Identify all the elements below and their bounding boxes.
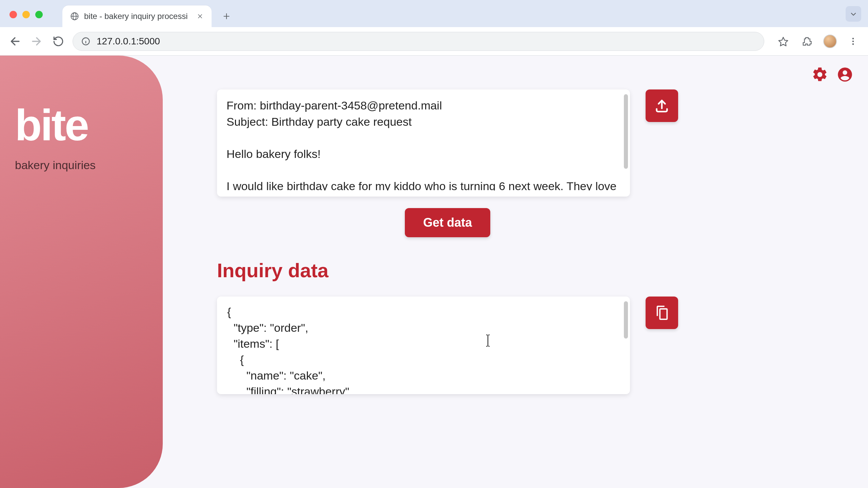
browser-toolbar: 127.0.0.1:5000 [0,27,868,56]
tab-strip: bite - bakery inquiry processi [0,0,868,27]
address-bar[interactable]: 127.0.0.1:5000 [73,32,764,51]
minimize-window-button[interactable] [22,11,30,18]
close-window-button[interactable] [9,11,17,18]
inquiry-textarea[interactable]: From: birthday-parent-3458@pretend.mail … [217,89,630,197]
account-button[interactable] [835,65,854,84]
reload-button[interactable] [51,34,66,49]
svg-marker-12 [779,37,788,46]
toolbar-right [776,34,861,49]
fullscreen-window-button[interactable] [35,11,43,18]
new-tab-button[interactable] [218,8,235,24]
bookmark-button[interactable] [776,34,791,49]
tab-title: bite - bakery inquiry processi [84,12,188,21]
profile-avatar[interactable] [823,35,837,48]
extensions-button[interactable] [800,34,814,49]
app-topbar [810,65,854,84]
result-textarea[interactable]: { "type": "order", "items": [ { "name": … [217,297,630,394]
result-json-text: { "type": "order", "items": [ { "name": … [227,304,620,394]
result-heading: Inquiry data [217,259,678,282]
chrome-menu-button[interactable] [846,34,861,49]
url-text: 127.0.0.1:5000 [97,36,160,47]
app-page: bite bakery inquiries From: birthday-par… [0,56,868,488]
svg-point-14 [852,40,854,42]
upload-button[interactable] [646,89,678,122]
app-logo: bite [15,103,148,147]
svg-point-15 [852,43,854,45]
close-tab-button[interactable] [195,12,205,21]
sidebar: bite bakery inquiries [0,56,163,488]
forward-button[interactable] [29,34,44,49]
inquiry-text: From: birthday-parent-3458@pretend.mail … [226,98,620,190]
output-row: { "type": "order", "items": [ { "name": … [217,297,678,394]
globe-icon [70,12,79,21]
copy-button[interactable] [646,297,678,329]
browser-window: bite - bakery inquiry processi [0,0,868,488]
app-tagline: bakery inquiries [15,159,148,172]
main-content: From: birthday-parent-3458@pretend.mail … [217,89,678,394]
settings-button[interactable] [810,65,829,84]
tabs-dropdown-button[interactable] [846,6,861,22]
browser-tab[interactable]: bite - bakery inquiry processi [62,5,212,27]
get-data-button[interactable]: Get data [405,208,490,237]
submit-row: Get data [217,208,678,237]
svg-point-13 [852,38,854,39]
window-controls [9,11,43,18]
site-info-icon[interactable] [81,37,91,46]
back-button[interactable] [7,34,22,49]
input-row: From: birthday-parent-3458@pretend.mail … [217,89,678,197]
